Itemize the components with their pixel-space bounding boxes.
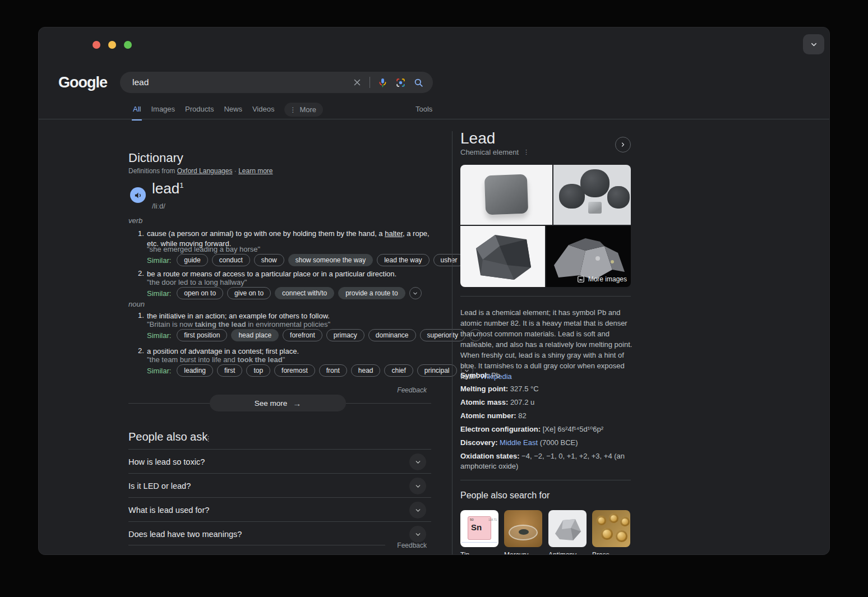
search-bar[interactable]: lead bbox=[120, 72, 433, 93]
tools-button[interactable]: Tools bbox=[415, 105, 432, 113]
tin-element-card: 50 118.71 Sn bbox=[468, 516, 491, 540]
synonym-chip[interactable]: leading bbox=[177, 364, 213, 377]
pasf-label[interactable]: Brass bbox=[592, 551, 610, 555]
noun1-example: "Britain is now taking the lead in envir… bbox=[147, 320, 330, 328]
synonym-chip[interactable]: chief bbox=[384, 364, 413, 377]
expand-synonyms-button[interactable] bbox=[409, 287, 422, 299]
lead-cube-image[interactable] bbox=[460, 165, 552, 225]
learn-more-link[interactable]: Learn more bbox=[238, 167, 273, 175]
lead-crystals-image[interactable] bbox=[553, 165, 631, 225]
noun2-definition: a position of advantage in a contest; fi… bbox=[147, 346, 434, 357]
tin-thumbnail[interactable]: 50 118.71 Sn bbox=[460, 510, 498, 547]
synonym-chip[interactable]: principal bbox=[417, 364, 457, 377]
brass-thumbnail[interactable] bbox=[592, 510, 630, 547]
search-icon[interactable] bbox=[413, 77, 424, 88]
tab-all[interactable]: All bbox=[133, 105, 141, 117]
tab-videos[interactable]: Videos bbox=[252, 105, 275, 117]
people-also-search-title: People also search for bbox=[460, 490, 550, 501]
paa-question-row[interactable]: What is lead used for? bbox=[128, 497, 431, 521]
antimony-thumbnail[interactable] bbox=[548, 510, 587, 547]
zoom-window-button[interactable] bbox=[124, 41, 132, 49]
lead-crystal-shape bbox=[607, 186, 630, 209]
more-images-label: More images bbox=[588, 275, 627, 283]
synonym-chip[interactable]: show someone the way bbox=[288, 254, 373, 266]
fact-atomic-number: Atomic number: 82 bbox=[460, 411, 632, 421]
panel-menu-icon[interactable]: ⋮ bbox=[523, 149, 529, 156]
see-more-button[interactable]: See more → bbox=[210, 395, 346, 411]
oxford-languages-link[interactable]: Oxford Languages bbox=[177, 167, 233, 175]
paa-question-row[interactable]: Is it LED or lead? bbox=[128, 473, 431, 497]
synonym-chip[interactable]: superiority bbox=[420, 329, 465, 341]
panel-subtitle: Chemical element bbox=[460, 148, 519, 156]
pasf-label[interactable]: Antimony bbox=[548, 551, 576, 555]
similar-label: Similar: bbox=[147, 367, 171, 375]
pronounce-button[interactable] bbox=[130, 187, 146, 203]
paa-question-row[interactable]: Does lead have two meanings? bbox=[128, 521, 431, 545]
paa-question-row[interactable]: How is lead so toxic? bbox=[128, 449, 431, 473]
galena-ore-image[interactable]: More images bbox=[546, 226, 631, 287]
dictionary-feedback-link[interactable]: Feedback bbox=[128, 386, 427, 394]
dictionary-title: Dictionary bbox=[128, 151, 183, 165]
expand-question-button[interactable] bbox=[409, 502, 426, 519]
synonym-chip[interactable]: dominance bbox=[368, 329, 416, 341]
paa-question[interactable]: What is lead used for? bbox=[128, 506, 209, 515]
synonym-chip[interactable]: primacy bbox=[326, 329, 364, 341]
search-input[interactable]: lead bbox=[132, 77, 352, 87]
synonym-chip[interactable]: connect with/to bbox=[275, 287, 334, 299]
panel-subtitle-row: Chemical element ⋮ bbox=[460, 148, 529, 156]
brass-ring-shape bbox=[616, 530, 627, 542]
synonym-chip[interactable]: head place bbox=[231, 329, 279, 341]
tab-news[interactable]: News bbox=[224, 105, 242, 117]
verb2-number: 2. bbox=[138, 269, 144, 277]
mercury-thumbnail[interactable] bbox=[504, 510, 542, 547]
tab-more[interactable]: ⋮More bbox=[284, 103, 323, 117]
expand-question-button[interactable] bbox=[409, 453, 426, 470]
verb1-example: "she emerged leading a bay horse" bbox=[147, 245, 260, 253]
synonym-chip[interactable]: provide a route to bbox=[338, 287, 405, 299]
headword: lead1 bbox=[152, 180, 183, 197]
paa-menu-icon[interactable]: ⋮ bbox=[205, 434, 212, 443]
card-decoration-line bbox=[461, 542, 497, 543]
synonym-chip[interactable]: top bbox=[246, 364, 270, 377]
panel-expand-button[interactable] bbox=[615, 137, 631, 152]
voice-search-icon[interactable] bbox=[377, 77, 388, 88]
tab-images[interactable]: Images bbox=[151, 105, 175, 117]
synonym-chip[interactable]: first bbox=[217, 364, 242, 377]
more-images-button[interactable]: More images bbox=[577, 275, 627, 283]
fact-symbol: Symbol: Pb bbox=[460, 371, 632, 381]
paa-feedback-link[interactable]: Feedback bbox=[389, 542, 427, 549]
fact-electron-configuration: Electron configuration: [Xe] 6s²4f¹⁴5d¹⁰… bbox=[460, 424, 632, 434]
synonym-chip[interactable]: foremost bbox=[274, 364, 315, 377]
halter-link[interactable]: halter bbox=[385, 229, 403, 238]
google-lens-icon[interactable] bbox=[395, 77, 406, 88]
google-logo[interactable]: Google bbox=[58, 74, 107, 91]
paa-question[interactable]: Is it LED or lead? bbox=[128, 482, 191, 490]
synonym-chip[interactable]: first position bbox=[177, 329, 227, 341]
synonym-chip[interactable]: head bbox=[351, 364, 381, 377]
clear-search-icon[interactable] bbox=[352, 77, 362, 87]
lead-chunk-image[interactable] bbox=[460, 226, 545, 287]
pasf-label[interactable]: Mercury bbox=[504, 551, 528, 555]
window-chevron-button[interactable] bbox=[803, 34, 824, 54]
synonym-chip[interactable]: guide bbox=[177, 254, 207, 266]
chevron-down-icon bbox=[412, 290, 418, 297]
synonym-chip[interactable]: lead the way bbox=[377, 254, 429, 266]
expand-question-button[interactable] bbox=[409, 478, 426, 494]
minimize-window-button[interactable] bbox=[108, 41, 116, 49]
synonym-chip[interactable]: show bbox=[254, 254, 284, 266]
synonym-chip[interactable]: give on to bbox=[227, 287, 271, 299]
brass-ring-shape bbox=[620, 517, 630, 526]
verb1-number: 1. bbox=[138, 229, 144, 238]
synonym-chip[interactable]: forefront bbox=[283, 329, 322, 341]
tab-products[interactable]: Products bbox=[185, 105, 214, 117]
middle-east-link[interactable]: Middle East bbox=[500, 438, 538, 447]
synonym-chip[interactable]: conduct bbox=[212, 254, 250, 266]
synonym-chip[interactable]: open on to bbox=[177, 287, 223, 299]
paa-question[interactable]: Does lead have two meanings? bbox=[128, 530, 242, 539]
pasf-label[interactable]: Tin bbox=[460, 551, 469, 555]
synonym-chip[interactable]: front bbox=[319, 364, 347, 377]
panel-facts: Symbol: Pb Melting point: 327.5 °C Atomi… bbox=[460, 371, 632, 475]
close-window-button[interactable] bbox=[93, 41, 100, 49]
expand-question-button[interactable] bbox=[409, 526, 426, 543]
paa-question[interactable]: How is lead so toxic? bbox=[128, 457, 205, 466]
